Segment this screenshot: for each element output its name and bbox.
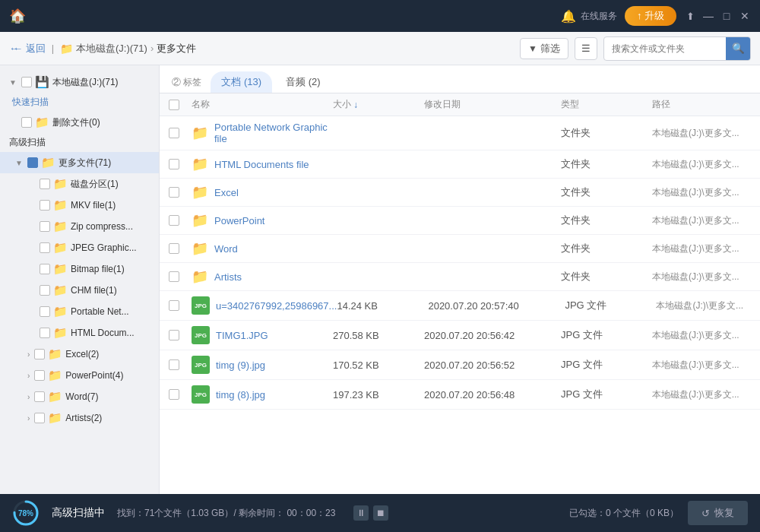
sidebar-item[interactable]: › 📁 PowerPoint(4) — [0, 365, 159, 386]
file-name[interactable]: Word — [214, 243, 238, 255]
file-name[interactable]: timg (8).jpg — [216, 389, 265, 401]
header-date-col[interactable]: 修改日期 — [424, 98, 561, 111]
minimize-button[interactable]: — — [702, 10, 714, 22]
row-checkbox[interactable] — [169, 389, 192, 400]
row-checkbox[interactable] — [169, 159, 192, 169]
row-cb[interactable] — [169, 215, 179, 226]
table-row[interactable]: JPG timg (8).jpg 197.23 KB 2020.07.20 20… — [160, 380, 760, 410]
table-row[interactable]: 📁 PowerPoint 文件夹 本地磁盘(J:)\更多文... — [160, 207, 760, 235]
file-path: 本地磁盘(J:)\更多文... — [652, 329, 751, 342]
row-checkbox[interactable] — [169, 330, 192, 340]
row-checkbox[interactable] — [169, 243, 192, 254]
tabs-bar: ② 标签 文档 (13) 音频 (2) — [160, 65, 760, 93]
pause-button[interactable]: ⏸ — [353, 505, 369, 521]
deleted-checkbox[interactable] — [21, 117, 32, 128]
sidebar-more-files-item[interactable]: ▼ 📁 更多文件(71) — [0, 152, 159, 173]
row-cb[interactable] — [169, 243, 179, 254]
restore-button[interactable]: □ — [720, 10, 733, 22]
root-checkbox[interactable] — [21, 77, 32, 87]
item-checkbox[interactable] — [34, 391, 45, 402]
row-cb[interactable] — [169, 128, 179, 138]
row-checkbox[interactable] — [169, 271, 192, 282]
item-checkbox[interactable] — [34, 370, 45, 381]
close-button[interactable]: ✕ — [739, 10, 751, 22]
sidebar-item[interactable]: 📁 JPEG Graphic... — [0, 237, 159, 258]
row-cb[interactable] — [169, 187, 179, 198]
item-folder-icon: 📁 — [53, 198, 68, 212]
row-cb[interactable] — [169, 330, 179, 340]
home-icon[interactable]: 🏠 — [9, 8, 26, 24]
table-row[interactable]: 📁 Artists 文件夹 本地磁盘(J:)\更多文... — [160, 263, 760, 291]
table-row[interactable]: JPG TIMG1.JPG 270.58 KB 2020.07.20 20:56… — [160, 321, 760, 350]
row-checkbox[interactable] — [169, 187, 192, 198]
sidebar-item[interactable]: 📁 Bitmap file(1) — [0, 258, 159, 280]
header-size-col[interactable]: 大小 ↓ — [333, 98, 424, 111]
item-folder-icon: 📁 — [53, 241, 68, 255]
file-name[interactable]: HTML Documents file — [214, 159, 309, 170]
file-name[interactable]: Artists — [214, 271, 242, 283]
menu-button[interactable]: ☰ — [575, 37, 597, 60]
file-name[interactable]: timg (9).jpg — [216, 359, 265, 371]
sidebar-item[interactable]: › 📁 Artists(2) — [0, 407, 159, 429]
filter-button[interactable]: ▼ 筛选 — [520, 38, 568, 59]
sidebar-item[interactable]: 📁 MKV file(1) — [0, 195, 159, 216]
header-checkbox[interactable] — [169, 100, 179, 110]
item-checkbox[interactable] — [34, 349, 45, 359]
table-row[interactable]: 📁 Excel 文件夹 本地磁盘(J:)\更多文... — [160, 179, 760, 207]
sidebar-item[interactable]: 📁 HTML Docum... — [0, 322, 159, 344]
row-cb[interactable] — [169, 359, 179, 370]
file-name[interactable]: Excel — [214, 187, 239, 198]
table-row[interactable]: 📁 HTML Documents file 文件夹 本地磁盘(J:)\更多文..… — [160, 150, 760, 179]
table-row[interactable]: 📁 Word 文件夹 本地磁盘(J:)\更多文... — [160, 235, 760, 263]
sidebar-item[interactable]: 📁 CHM file(1) — [0, 280, 159, 301]
row-cb[interactable] — [169, 300, 179, 311]
restore-button[interactable]: ↺ 恢复 — [688, 501, 748, 525]
row-checkbox[interactable] — [169, 300, 192, 311]
sidebar-root-item[interactable]: ▼ 💾 本地磁盘(J:)(71) — [0, 71, 159, 93]
search-button[interactable]: 🔍 — [726, 37, 750, 60]
sidebar-item[interactable]: 📁 Zip compress... — [0, 216, 159, 237]
file-name[interactable]: u=3402767992,25986967... — [216, 300, 337, 312]
item-checkbox[interactable] — [40, 179, 50, 189]
item-checkbox[interactable] — [40, 306, 50, 317]
tab-docs[interactable]: 文档 (13) — [211, 71, 272, 93]
more-files-checkbox[interactable] — [27, 157, 38, 168]
row-cb[interactable] — [169, 159, 179, 169]
sidebar-item[interactable]: › 📁 Excel(2) — [0, 344, 159, 365]
item-checkbox[interactable] — [40, 264, 50, 274]
share-icon[interactable]: ⬆ — [684, 10, 696, 22]
titlebar: 🏠 🔔 在线服务 ↑ 升级 ⬆ — □ ✕ — [0, 0, 760, 32]
table-row[interactable]: JPG u=3402767992,25986967... 14.24 KB 20… — [160, 291, 760, 321]
advanced-scan-label[interactable]: 高级扫描 — [0, 133, 159, 152]
search-input[interactable] — [604, 40, 726, 58]
tab-audio[interactable]: 音频 (2) — [275, 71, 331, 93]
item-checkbox[interactable] — [34, 413, 45, 423]
back-label: ← 返回 — [13, 42, 46, 55]
upgrade-button[interactable]: ↑ 升级 — [625, 6, 676, 26]
item-checkbox[interactable] — [40, 200, 50, 211]
file-name[interactable]: TIMG1.JPG — [216, 330, 268, 341]
table-row[interactable]: 📁 Portable Network Graphic file 文件夹 本地磁盘… — [160, 116, 760, 150]
breadcrumb-root[interactable]: 本地磁盘(J:)(71) — [76, 42, 147, 55]
stop-button[interactable]: ⏹ — [373, 505, 388, 521]
separator: | — [52, 43, 54, 54]
file-name[interactable]: PowerPoint — [214, 215, 264, 226]
row-cb[interactable] — [169, 271, 179, 282]
item-checkbox[interactable] — [40, 285, 50, 296]
item-checkbox[interactable] — [40, 328, 50, 338]
back-button[interactable]: ← ← 返回 — [9, 42, 46, 55]
item-checkbox[interactable] — [40, 242, 50, 253]
item-checkbox[interactable] — [40, 221, 50, 232]
quick-scan-label[interactable]: 快速扫描 — [0, 93, 159, 112]
table-row[interactable]: JPG timg (9).jpg 170.52 KB 2020.07.20 20… — [160, 350, 760, 380]
sidebar-item[interactable]: 📁 磁盘分区(1) — [0, 173, 159, 195]
row-checkbox[interactable] — [169, 359, 192, 370]
item-folder-icon: 📁 — [53, 326, 68, 340]
row-cb[interactable] — [169, 389, 179, 400]
file-name[interactable]: Portable Network Graphic file — [214, 122, 333, 144]
sidebar-deleted-item[interactable]: 📁 删除文件(0) — [0, 112, 159, 133]
row-checkbox[interactable] — [169, 128, 192, 138]
sidebar-item[interactable]: › 📁 Word(7) — [0, 386, 159, 407]
sidebar-item[interactable]: 📁 Portable Net... — [0, 301, 159, 322]
row-checkbox[interactable] — [169, 215, 192, 226]
